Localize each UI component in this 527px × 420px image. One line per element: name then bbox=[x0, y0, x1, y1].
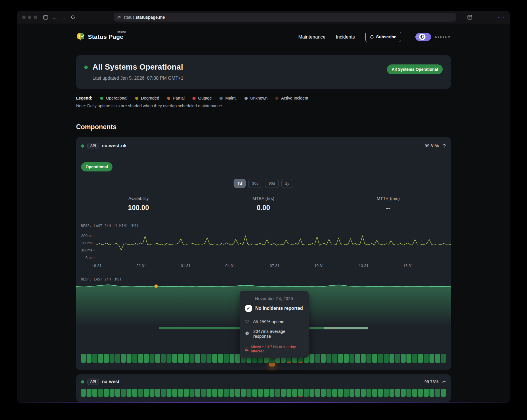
uptime-tick[interactable] bbox=[115, 354, 120, 363]
uptime-tick[interactable] bbox=[372, 354, 377, 363]
uptime-tick[interactable] bbox=[361, 389, 366, 397]
uptime-tick[interactable] bbox=[292, 389, 297, 397]
uptime-tick[interactable] bbox=[195, 354, 200, 363]
uptime-tick[interactable] bbox=[178, 389, 183, 397]
uptime-tick[interactable] bbox=[441, 354, 446, 363]
uptime-tick[interactable] bbox=[92, 389, 97, 397]
uptime-tick[interactable] bbox=[144, 389, 149, 397]
uptime-tick[interactable] bbox=[207, 354, 211, 363]
uptime-tick[interactable] bbox=[172, 389, 177, 397]
uptime-tick[interactable] bbox=[98, 389, 103, 397]
uptime-tick[interactable] bbox=[401, 389, 406, 397]
uptime-tick[interactable] bbox=[321, 354, 326, 363]
uptime-tick[interactable] bbox=[401, 354, 406, 363]
uptime-tick[interactable] bbox=[161, 389, 166, 397]
uptime-tick[interactable] bbox=[344, 389, 349, 397]
uptime-tick[interactable] bbox=[315, 354, 320, 363]
uptime-tick[interactable] bbox=[412, 389, 417, 397]
uptime-tick[interactable] bbox=[138, 389, 143, 397]
overflow-menu-icon[interactable]: ··· bbox=[498, 15, 505, 20]
uptime-tick[interactable] bbox=[355, 389, 360, 397]
uptime-tick[interactable] bbox=[338, 389, 343, 397]
uptime-tick[interactable] bbox=[110, 354, 114, 363]
uptime-tick[interactable] bbox=[441, 389, 446, 397]
uptime-tick[interactable] bbox=[235, 354, 240, 363]
uptime-tick[interactable] bbox=[435, 354, 440, 363]
uptime-tick[interactable] bbox=[252, 389, 257, 397]
range-button-30d[interactable]: 30d bbox=[248, 179, 262, 188]
uptime-tick[interactable] bbox=[230, 389, 234, 397]
sidebar-toggle-icon[interactable] bbox=[43, 15, 48, 20]
uptime-tick[interactable] bbox=[418, 354, 423, 363]
uptime-tick[interactable] bbox=[389, 389, 394, 397]
uptime-tick[interactable] bbox=[384, 354, 389, 363]
uptime-tick[interactable] bbox=[224, 389, 229, 397]
uptime-tick[interactable] bbox=[395, 354, 400, 363]
uptime-tick[interactable] bbox=[350, 354, 354, 363]
uptime-tick[interactable] bbox=[258, 389, 263, 397]
uptime-tick[interactable] bbox=[167, 389, 171, 397]
url-bar[interactable]: status.statuspage.me bbox=[114, 13, 456, 22]
uptime-tick[interactable] bbox=[81, 389, 86, 397]
uptime-tick[interactable] bbox=[270, 389, 274, 397]
reload-button[interactable] bbox=[71, 15, 75, 20]
uptime-tick[interactable] bbox=[104, 389, 109, 397]
uptime-tick[interactable] bbox=[81, 354, 86, 363]
uptime-tick[interactable] bbox=[155, 389, 160, 397]
uptime-tick[interactable] bbox=[378, 389, 383, 397]
uptime-tick[interactable] bbox=[218, 389, 223, 397]
uptime-tick[interactable] bbox=[378, 354, 383, 363]
uptime-tick[interactable] bbox=[184, 354, 189, 363]
uptime-tick[interactable] bbox=[389, 354, 394, 363]
nav-link-maintenance[interactable]: Maintenance bbox=[298, 34, 325, 40]
uptime-tick[interactable] bbox=[92, 354, 97, 363]
uptime-tick[interactable] bbox=[178, 354, 183, 363]
uptime-tick[interactable] bbox=[155, 354, 160, 363]
uptime-tick[interactable] bbox=[230, 354, 234, 363]
expand-icon[interactable] bbox=[442, 380, 446, 384]
uptime-tick[interactable] bbox=[332, 389, 337, 397]
uptime-tick[interactable] bbox=[201, 354, 206, 363]
uptime-tick[interactable] bbox=[281, 389, 286, 397]
uptime-tick[interactable] bbox=[435, 389, 440, 397]
uptime-tick[interactable] bbox=[424, 354, 429, 363]
subscribe-button[interactable]: Subscribe bbox=[365, 32, 401, 42]
uptime-tick[interactable] bbox=[321, 389, 326, 397]
uptime-tick[interactable] bbox=[310, 354, 314, 363]
uptime-tick[interactable] bbox=[195, 389, 200, 397]
uptime-tick[interactable] bbox=[275, 389, 280, 397]
range-button-1y[interactable]: 1y bbox=[281, 179, 293, 188]
uptime-tick[interactable] bbox=[429, 354, 434, 363]
uptime-tick[interactable] bbox=[150, 354, 154, 363]
uptime-tick[interactable] bbox=[344, 354, 349, 363]
uptime-tick[interactable] bbox=[264, 389, 269, 397]
range-button-7d[interactable]: 7d bbox=[234, 179, 246, 188]
uptime-tick[interactable] bbox=[235, 389, 240, 397]
uptime-tick[interactable] bbox=[127, 389, 131, 397]
uptime-tick[interactable] bbox=[207, 389, 211, 397]
uptime-tick[interactable] bbox=[326, 389, 331, 397]
uptime-tick[interactable] bbox=[395, 389, 400, 397]
forward-button[interactable]: → bbox=[62, 15, 66, 20]
uptime-tick[interactable] bbox=[115, 389, 120, 397]
uptime-tick[interactable] bbox=[247, 389, 251, 397]
uptime-tick[interactable] bbox=[167, 354, 171, 363]
uptime-tick[interactable] bbox=[241, 389, 246, 397]
uptime-tick[interactable] bbox=[350, 389, 354, 397]
uptime-tick[interactable] bbox=[355, 354, 360, 363]
uptime-tick[interactable] bbox=[144, 354, 149, 363]
uptime-tick[interactable] bbox=[429, 389, 434, 397]
uptime-tick[interactable] bbox=[98, 354, 103, 363]
uptime-tick[interactable] bbox=[406, 354, 411, 363]
uptime-tick[interactable] bbox=[332, 354, 337, 363]
uptime-tick[interactable] bbox=[87, 354, 91, 363]
uptime-tick[interactable] bbox=[127, 354, 131, 363]
uptime-tick[interactable] bbox=[212, 389, 217, 397]
uptime-tick[interactable] bbox=[190, 354, 194, 363]
uptime-tick[interactable] bbox=[372, 389, 377, 397]
uptime-tick[interactable] bbox=[338, 354, 343, 363]
uptime-tick[interactable] bbox=[218, 354, 223, 363]
uptime-tick[interactable] bbox=[104, 354, 109, 363]
collapse-icon[interactable] bbox=[442, 144, 446, 148]
uptime-tick[interactable] bbox=[326, 354, 331, 363]
